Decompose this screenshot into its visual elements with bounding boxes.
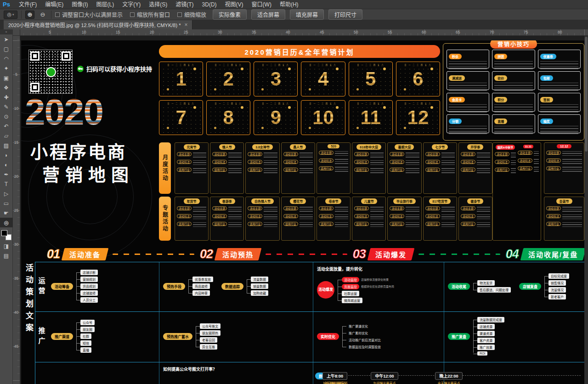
zoom-out-button[interactable]: ⊖ [38,11,47,19]
dodge-tool[interactable]: ◐ [0,160,13,169]
node-label: 优惠券发放 [192,277,213,282]
mindmap-node: ROI [477,351,504,356]
options-button[interactable]: 填充屏幕 [290,9,324,20]
lasso-tool[interactable]: ◠ [0,54,13,63]
field-text-lines [511,152,516,158]
field-label: 活动主题 [212,206,227,210]
mindmap-children: 流量数据完成度 店铺资源 渠道资源 客户 [477,317,504,356]
activity-label: 愚人节 [290,144,306,150]
mindmap-root-node: 推广复盘 [448,333,470,340]
checkbox-label: 细微缩放 [184,11,206,18]
ruler-number: 20 [14,175,19,178]
marquee-tool[interactable]: ▢ [0,44,13,54]
options-button[interactable]: 适合屏幕 [251,9,285,20]
type-tool[interactable]: T [0,179,13,189]
menu-item[interactable]: 视图(V) [221,0,248,9]
mindmap-root-node: 预热推广蓄水 [163,333,192,340]
calendar-month: 日 一 二 三 四 五 六 6 [396,62,440,96]
activity-fields: 活动主题 活动玩法 适用行业 [425,152,455,173]
blur-tool[interactable]: ◗ [0,150,13,160]
menu-item[interactable]: 3D(D) [198,0,221,9]
document-tab[interactable]: 2020小程序电商营销地图.jpg @ 12.5% (扫码可以获得小程序扶持, … [4,20,192,29]
collapse-panel-icon[interactable]: » [0,29,13,34]
screen-mode-button[interactable]: ▤ [0,251,13,260]
calendar-month: 日 一 二 三 四 五 六 1 [159,62,203,96]
node-label: 售后跟进、问题处理 [477,287,511,293]
qr-caption: 扫码可以获得小程序扶持 [77,64,152,73]
eraser-tool[interactable]: ▱ [0,131,13,141]
field-text-lines [477,222,490,227]
healing-brush-tool[interactable]: ✚ [0,92,13,102]
menu-item[interactable]: 滤镜(T) [171,0,198,9]
field-text-lines [335,222,348,227]
menu-item[interactable]: 窗口(W) [248,0,276,9]
brush-tool[interactable]: ✎ [0,102,13,112]
pen-tool[interactable]: ✒ [0,169,13,179]
zoom-tool[interactable]: ◎ [0,218,13,227]
field-text-lines [477,215,490,220]
quick-mask-button[interactable]: ◨ [0,241,13,251]
options-button[interactable]: 打印尺寸 [328,9,362,20]
field-label: 活动主题 [319,151,334,155]
field-text-lines [264,160,277,165]
field-label: 适用行业 [546,222,561,226]
history-brush-tool[interactable]: ↶ [0,121,13,131]
options-checkbox[interactable]: 细微缩放 [177,11,206,18]
node-label: 公众号推文 [200,323,220,329]
menu-item[interactable]: 图层(L) [92,0,119,9]
path-selection-tool[interactable]: ▷ [0,189,13,198]
field-text-lines [300,168,313,173]
options-checkbox[interactable]: 缩放所有窗口 [130,11,170,18]
menu-item[interactable]: 图像(I) [68,0,92,9]
vertical-scrollbar[interactable] [584,36,588,384]
field-text-lines [562,167,582,172]
foreground-color-swatch[interactable] [1,230,7,236]
field-label: 活动玩法 [546,158,561,163]
mindmap-node: 老客召回 [200,337,220,343]
options-checkbox[interactable]: 调整窗口大小以满屏显示 [55,11,123,18]
field-text-lines [477,160,490,165]
activity-box: 春游季 活动主题 活动玩法 适用行业 [210,197,244,241]
gradient-tool[interactable]: ▨ [0,141,13,150]
crop-tool[interactable]: ▣ [0,73,13,83]
move-tool[interactable]: ➤ [0,34,13,44]
field-text-lines [406,168,419,173]
activity-box: 毕业旅行季 活动主题 活动玩法 适用行业 [387,197,421,241]
menu-item[interactable]: 编辑(E) [41,0,68,9]
phase-dashes [113,254,194,255]
node-note: 店铺整体流量转化效果 [361,277,389,282]
scrollbar-thumb[interactable] [585,37,588,152]
tool-preset-picker[interactable]: ◎ ▾ [4,11,17,19]
menu-item[interactable]: 文字(Y) [118,0,145,9]
clone-stamp-tool[interactable]: ⊙ [0,112,13,121]
menu-item[interactable]: 选择(S) [145,0,171,9]
mindmap-children: 优惠券发放 商品装修 内容种草 [192,277,213,296]
menu-item[interactable]: 文件(F) [15,0,41,9]
field-label: 活动主题 [177,206,192,210]
options-button[interactable]: 实际像素 [213,9,247,20]
tip-box: 会员卡 [447,93,489,112]
hand-tool[interactable]: ☛ [0,208,13,218]
shape-tool[interactable]: ▭ [0,198,13,208]
menu-item[interactable]: 帮助(H) [276,0,303,9]
field-text-lines [228,160,242,165]
qr-caption-text: 扫码可以获得小程序扶持 [86,64,152,73]
eyedropper-tool[interactable]: ❖ [0,83,13,92]
quick-selection-tool[interactable]: ✦ [0,63,13,73]
field-text-lines [441,152,455,158]
month-number: 12 [396,101,440,135]
row-label: 推广 [35,312,47,362]
phase-header: 03 活动爆发 [353,247,506,261]
field-text-lines [193,222,206,227]
field-label: 适用行业 [319,222,334,226]
activity-fields: 活动主题 活动玩法 适用行业 [212,152,242,173]
field-label: 活动主题 [177,152,192,156]
close-icon[interactable]: × [184,22,187,28]
activity-box: 元宵节 活动主题 活动玩法 适用行业 [175,142,209,194]
mindmap-node: 客户资源 [477,338,504,343]
zoom-in-button[interactable]: ⊕ [25,11,34,19]
field-label: 活动玩法 [319,158,334,163]
document-canvas[interactable]: 扫码可以获得小程序扶持 2020 小程序电商 营销地图 2020营销日历&全年营… [20,36,584,384]
activity-fields: 活动主题 活动玩法 适用行业 [461,152,490,173]
field-text-lines [441,215,455,220]
